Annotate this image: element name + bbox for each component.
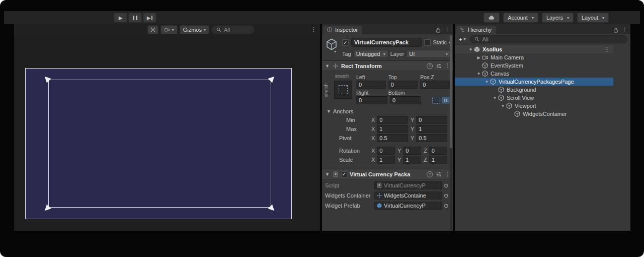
scale-z-field[interactable]: 1 <box>429 156 447 164</box>
posz-field[interactable]: 0 <box>420 81 450 89</box>
camera-icon <box>164 27 170 33</box>
lock-icon[interactable] <box>613 27 619 33</box>
component-enabled-checkbox[interactable]: ✓ <box>341 171 347 177</box>
hierarchy-item-canvas[interactable]: ▼ Canvas <box>455 70 613 78</box>
pause-button[interactable] <box>128 13 142 23</box>
active-checkbox[interactable]: ✓ <box>342 39 349 46</box>
foldout-icon[interactable]: ▼ <box>325 63 330 69</box>
rotation-y-field[interactable]: 0 <box>403 147 421 155</box>
top-field[interactable]: 0 <box>388 81 418 89</box>
chevron-down-icon[interactable]: ▼ <box>484 80 490 84</box>
scene-menu-kebab-icon[interactable]: ⋮ <box>311 26 316 33</box>
chevron-right-icon[interactable]: ▶ <box>476 55 481 60</box>
tab-hierarchy[interactable]: Hierarchy <box>456 26 496 34</box>
widget-prefab-value: VirtualCurrencyP <box>384 203 426 209</box>
chevron-down-icon[interactable]: ▼ <box>476 72 481 76</box>
chevron-down-icon: ▾ <box>383 52 385 56</box>
pivot-y-field[interactable]: 0.5 <box>416 134 447 142</box>
cloud-button[interactable] <box>484 13 500 23</box>
layout-dropdown[interactable]: Layout▾ <box>577 13 609 23</box>
rect-transform-body: stretch stretch Left Top Pos Z 0 0 0 <box>322 71 453 169</box>
hierarchy-item-eventsystem[interactable]: EventSystem <box>455 61 613 70</box>
scrollbar-thumb[interactable] <box>450 35 452 148</box>
hierarchy-search-text: All <box>482 36 488 42</box>
presets-icon[interactable] <box>436 171 442 177</box>
layer-dropdown[interactable]: UI▾ <box>406 50 451 58</box>
account-dropdown[interactable]: Account▾ <box>503 13 538 23</box>
create-object-button[interactable]: + ▾ <box>457 35 467 43</box>
anchors-min-y-field[interactable]: 0 <box>416 116 447 124</box>
chevron-down-icon[interactable]: ▼ <box>468 47 473 52</box>
scene-viewport[interactable] <box>14 35 320 231</box>
gameobject-icon <box>481 62 489 69</box>
tab-inspector[interactable]: Inspector <box>323 26 362 34</box>
hierarchy-item-widgetscontainer[interactable]: WidgetsContainer <box>455 110 613 118</box>
hierarchy-item-scroll-view[interactable]: ▼ Scroll View <box>455 94 613 102</box>
layers-dropdown[interactable]: Layers▾ <box>542 13 574 23</box>
scene-tools-button[interactable] <box>147 25 158 34</box>
bottom-label: Bottom <box>388 90 418 96</box>
raw-edit-mode-button[interactable]: R <box>442 97 450 104</box>
pivot-label: Pivot <box>325 135 371 141</box>
scene-search-input[interactable]: All <box>211 25 255 34</box>
static-checkbox[interactable] <box>424 39 431 46</box>
anchors-min-x-field[interactable]: 0 <box>377 116 408 124</box>
gameobject-cube-icon[interactable] <box>325 38 338 51</box>
rotation-x-field[interactable]: 0 <box>377 147 395 155</box>
foldout-icon[interactable]: ▼ <box>326 109 332 114</box>
scale-x-field[interactable]: 1 <box>377 156 395 164</box>
anchors-max-x-field[interactable]: 1 <box>377 125 408 133</box>
z-axis-label: Z <box>424 148 427 154</box>
cloud-icon <box>488 14 495 21</box>
hierarchy-search-input[interactable]: All <box>470 35 627 43</box>
foldout-icon[interactable]: ▼ <box>325 172 330 177</box>
rotation-z-field[interactable]: 0 <box>429 147 447 155</box>
y-axis-label: Y <box>397 157 401 163</box>
script-object-field[interactable]: VirtualCurrencyP <box>374 181 442 189</box>
object-picker-icon[interactable]: ⊙ <box>442 182 450 189</box>
help-icon[interactable]: ? <box>427 171 433 177</box>
presets-icon[interactable] <box>436 63 442 69</box>
widgets-container-object-field[interactable]: WidgetsContaine <box>374 191 442 200</box>
widget-prefab-object-field[interactable]: VirtualCurrencyP <box>374 202 442 210</box>
canvas-gizmo-rect[interactable] <box>25 68 292 219</box>
account-label: Account <box>508 15 528 21</box>
script-component-header[interactable]: ▼ ✓ Virtual Currency Packa ? ⋮ <box>322 169 453 179</box>
hierarchy-item-background[interactable]: Background <box>455 86 613 94</box>
gameobject-name-field[interactable]: VirtualCurrencyPack <box>351 38 422 47</box>
search-icon <box>216 27 222 33</box>
anchor-preset-box[interactable] <box>334 81 352 99</box>
hierarchy-item-main-camera[interactable]: ▶ Main Camera <box>455 53 613 61</box>
chevron-down-icon[interactable]: ▼ <box>500 104 506 108</box>
inspector-menu-kebab-icon[interactable]: ⋮ <box>444 27 450 33</box>
help-icon[interactable]: ? <box>427 63 433 69</box>
bottom-field[interactable]: 0 <box>390 96 421 104</box>
gameobject-icon <box>498 94 505 101</box>
gizmos-dropdown[interactable]: Gizmos▾ <box>180 25 209 34</box>
object-picker-icon[interactable]: ⊙ <box>442 192 450 199</box>
hierarchy-item-virtualcurrencypackagespage[interactable]: ▼ VirtualCurrencyPackagesPage <box>455 78 613 86</box>
lock-icon[interactable] <box>435 27 441 33</box>
inspector-scrollbar[interactable] <box>450 35 452 230</box>
hierarchy-menu-kebab-icon[interactable]: ⋮ <box>622 27 627 33</box>
anchors-max-y-field[interactable]: 1 <box>416 125 447 133</box>
left-field[interactable]: 0 <box>356 81 386 89</box>
play-button[interactable]: ▶ <box>114 13 127 23</box>
y-axis-label: Y <box>411 117 414 123</box>
hierarchy-item-viewport[interactable]: ▼ Viewport <box>455 102 613 110</box>
step-button[interactable]: ▶ <box>143 13 156 23</box>
rect-transform-header[interactable]: ▼ Rect Transform ? ⋮ <box>322 60 453 71</box>
unity-window: ▶ ▶ Account▾ Layers▾ Layout▾ ▾ Gizmos▾ A… <box>0 0 644 257</box>
pivot-x-field[interactable]: 0.5 <box>377 134 408 142</box>
tag-dropdown[interactable]: Untagged▾ <box>353 50 388 58</box>
scene-camera-dropdown[interactable]: ▾ <box>160 25 178 34</box>
scene-options-kebab-icon[interactable]: ⋮ <box>604 46 613 53</box>
object-picker-icon[interactable]: ⊙ <box>442 203 450 209</box>
anchor-preset-widget[interactable]: stretch stretch <box>325 74 356 106</box>
anchors-foldout[interactable]: ▼ Anchors <box>326 108 450 114</box>
blueprint-mode-button[interactable] <box>432 97 440 104</box>
chevron-down-icon[interactable]: ▼ <box>492 96 498 100</box>
hierarchy-item-xsollus[interactable]: ▼ Xsollus ⋮ <box>455 45 613 53</box>
right-field[interactable]: 0 <box>356 96 387 104</box>
scale-y-field[interactable]: 1 <box>403 156 421 164</box>
